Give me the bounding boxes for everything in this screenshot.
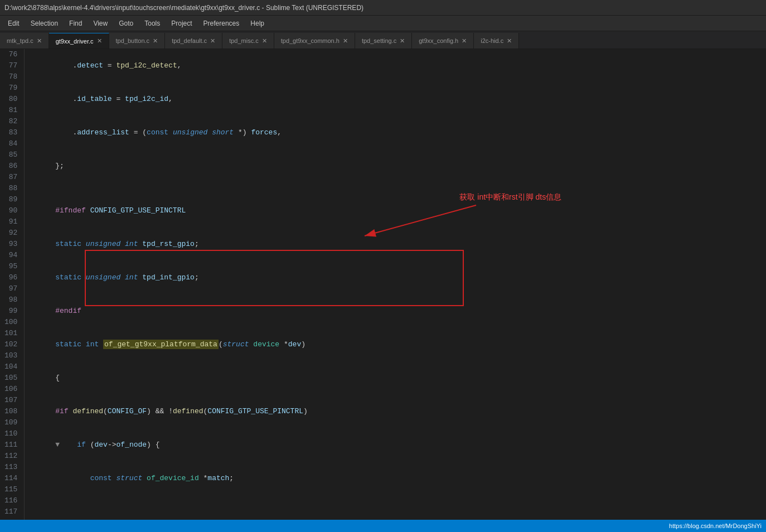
line-numbers: 76 77 78 79 80 81 82 83 84 85 86 87 88 8… <box>0 49 25 520</box>
code-line-81: #ifndef CONFIG_GTP_USE_PINCTRL <box>29 194 762 228</box>
tab-gt9xx-config[interactable]: gt9xx_config.h ✕ <box>412 33 474 49</box>
title-bar: D:\work2\8788\alps\kernel-4.4\drivers\in… <box>0 0 766 16</box>
tab-tpd-button[interactable]: tpd_button.c ✕ <box>109 33 166 49</box>
status-bar: https://blog.csdn.net/MrDongShiYi <box>0 520 766 532</box>
code-line-84: #endif <box>29 294 762 328</box>
tab-close-tpd-setting[interactable]: ✕ <box>400 37 405 45</box>
menu-tools[interactable]: Tools <box>139 17 166 30</box>
menu-selection[interactable]: Selection <box>25 17 64 30</box>
code-line-77: .id_table = tpd_i2c_id, <box>29 83 762 116</box>
code-line-85: static int of_get_gt9xx_platform_data(st… <box>29 328 762 361</box>
code-line-79: }; <box>29 149 762 183</box>
status-url: https://blog.csdn.net/MrDongShiYi <box>669 523 762 529</box>
menu-edit[interactable]: Edit <box>2 17 25 30</box>
code-line-91: match = of_match_device(of_match_ptr(gt9… <box>29 506 762 520</box>
menu-bar: Edit Selection Find View Goto Tools Proj… <box>0 16 766 31</box>
menu-help[interactable]: Help <box>245 17 270 30</box>
tab-close-tpd-misc[interactable]: ✕ <box>262 37 267 45</box>
code-area[interactable]: .detect = tpd_i2c_detect, .id_table = tp… <box>25 49 766 520</box>
tab-gt9xx-driver[interactable]: gt9xx_driver.c ✕ <box>49 33 109 49</box>
code-line-87: #if defined(CONFIG_OF) && !defined(CONFI… <box>29 395 762 428</box>
menu-project[interactable]: Project <box>166 17 197 30</box>
tab-tpd-misc[interactable]: tpd_misc.c ✕ <box>222 33 274 49</box>
code-line-86: { <box>29 361 762 395</box>
tab-close-gt9xx-config[interactable]: ✕ <box>462 37 467 45</box>
tab-close-i2c-hid[interactable]: ✕ <box>507 37 512 45</box>
tab-close-gt9xx-driver[interactable]: ✕ <box>97 37 102 45</box>
tab-tpd-default[interactable]: tpd_default.c ✕ <box>165 33 222 49</box>
tab-mtk-tpd[interactable]: mtk_tpd.c ✕ <box>0 33 49 49</box>
tab-close-tpd-gt9xx-common[interactable]: ✕ <box>343 37 348 45</box>
code-line-82: static unsigned int tpd_rst_gpio; <box>29 228 762 261</box>
code-line-89: const struct of_device_id *match; <box>29 462 762 495</box>
menu-view[interactable]: View <box>88 17 113 30</box>
code-line-80 <box>29 183 762 194</box>
tab-close-tpd-button[interactable]: ✕ <box>153 37 158 45</box>
menu-find[interactable]: Find <box>64 17 88 30</box>
tab-tpd-setting[interactable]: tpd_setting.c ✕ <box>355 33 412 49</box>
title-text: D:\work2\8788\alps\kernel-4.4\drivers\in… <box>4 4 363 12</box>
menu-preferences[interactable]: Preferences <box>198 17 245 30</box>
menu-goto[interactable]: Goto <box>113 17 139 30</box>
code-line-76: .detect = tpd_i2c_detect, <box>29 49 762 83</box>
code-line-90 <box>29 495 762 506</box>
code-line-83: static unsigned int tpd_int_gpio; <box>29 261 762 294</box>
editor: 76 77 78 79 80 81 82 83 84 85 86 87 88 8… <box>0 49 766 520</box>
tabs-bar: mtk_tpd.c ✕ gt9xx_driver.c ✕ tpd_button.… <box>0 31 766 49</box>
tab-close-tpd-default[interactable]: ✕ <box>210 37 215 45</box>
code-line-78: .address_list = (const unsigned short *)… <box>29 116 762 149</box>
tab-i2c-hid[interactable]: i2c-hid.c ✕ <box>474 33 519 49</box>
tab-close-mtk-tpd[interactable]: ✕ <box>37 37 42 45</box>
tab-tpd-gt9xx-common[interactable]: tpd_gt9xx_common.h ✕ <box>274 33 355 49</box>
code-line-88: ▼ if (dev->of_node) { <box>29 428 762 462</box>
